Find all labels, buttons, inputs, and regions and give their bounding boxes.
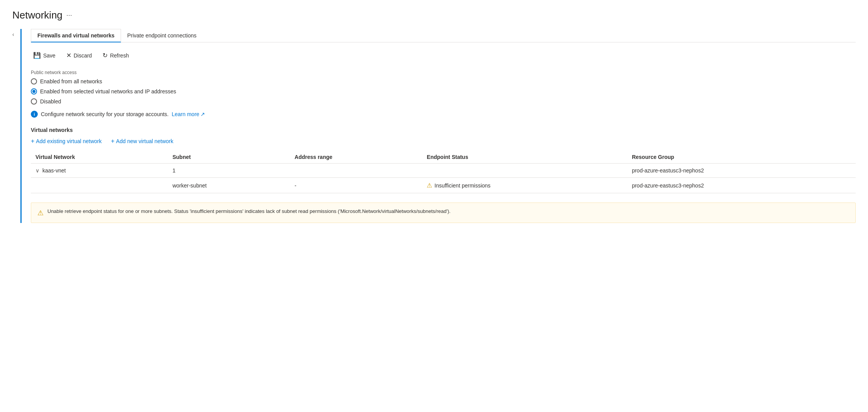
radio-disabled-label: Disabled	[40, 98, 61, 105]
col-rg: Resource Group	[627, 151, 856, 164]
save-icon: 💾	[33, 52, 41, 59]
chevron-icon: ∨	[35, 167, 39, 174]
warning-box-icon: ⚠	[37, 209, 44, 217]
vnet-name: kaas-vnet	[42, 167, 66, 174]
radio-disabled-circle	[31, 98, 37, 105]
collapse-panel-button[interactable]: ‹	[12, 29, 22, 223]
address-cell-2: -	[290, 178, 422, 193]
warning-triangle-icon: ⚠	[427, 182, 432, 189]
virtual-networks-title: Virtual networks	[31, 127, 856, 133]
info-icon: i	[31, 111, 38, 118]
refresh-label: Refresh	[110, 52, 129, 59]
col-subnet: Subnet	[168, 151, 290, 164]
warning-box: ⚠ Unable retrieve endpoint status for on…	[31, 203, 856, 223]
virtual-networks-section: Virtual networks + Add existing virtual …	[31, 127, 856, 193]
endpoint-status-label: Insufficient permissions	[434, 182, 490, 189]
refresh-button[interactable]: ↻ Refresh	[100, 50, 131, 61]
col-vnet: Virtual Network	[31, 151, 168, 164]
discard-icon: ✕	[66, 52, 71, 59]
refresh-icon: ↻	[103, 52, 108, 59]
public-access-radio-group: Enabled from all networks Enabled from s…	[31, 78, 856, 105]
discard-label: Discard	[74, 52, 92, 59]
tab-private-endpoints[interactable]: Private endpoint connections	[121, 29, 203, 42]
external-link-icon: ↗	[200, 111, 205, 117]
save-label: Save	[43, 52, 56, 59]
radio-all-networks-circle	[31, 78, 37, 84]
info-text: Configure network security for your stor…	[41, 111, 169, 117]
add-new-label: Add new virtual network	[116, 138, 173, 144]
radio-all-networks-label: Enabled from all networks	[40, 78, 102, 84]
add-new-vnet-link[interactable]: + Add new virtual network	[111, 138, 173, 145]
save-button[interactable]: 💾 Save	[31, 50, 58, 61]
public-access-label: Public network access	[31, 70, 856, 75]
endpoint-cell-1	[422, 164, 627, 178]
tab-firewalls[interactable]: Firewalls and virtual networks	[31, 29, 121, 42]
radio-all-networks[interactable]: Enabled from all networks	[31, 78, 856, 84]
table-row: worker-subnet - ⚠ Insufficient permissio…	[31, 178, 856, 193]
radio-selected-networks-label: Enabled from selected virtual networks a…	[40, 88, 176, 95]
col-address: Address range	[290, 151, 422, 164]
vnet-name-cell: ∨ kaas-vnet	[31, 164, 168, 178]
endpoint-cell-2: ⚠ Insufficient permissions	[422, 178, 627, 193]
subnet-cell-2: worker-subnet	[168, 178, 290, 193]
action-links: + Add existing virtual network + Add new…	[31, 138, 856, 145]
public-access-section: Public network access Enabled from all n…	[31, 70, 856, 118]
toolbar: 💾 Save ✕ Discard ↻ Refresh	[31, 50, 856, 61]
add-existing-label: Add existing virtual network	[36, 138, 101, 144]
page-title: Networking ···	[12, 9, 856, 21]
radio-selected-networks-circle	[31, 88, 37, 95]
address-cell-1	[290, 164, 422, 178]
rg-cell-1: prod-azure-eastusc3-nephos2	[627, 164, 856, 178]
learn-more-label: Learn more	[172, 111, 200, 117]
vnet-name-cell-2	[31, 178, 168, 193]
info-row: i Configure network security for your st…	[31, 111, 856, 118]
radio-selected-networks[interactable]: Enabled from selected virtual networks a…	[31, 88, 856, 95]
add-existing-vnet-link[interactable]: + Add existing virtual network	[31, 138, 102, 145]
plus-icon-existing: +	[31, 138, 34, 145]
rg-cell-2: prod-azure-eastusc3-nephos2	[627, 178, 856, 193]
virtual-networks-table: Virtual Network Subnet Address range End…	[31, 151, 856, 193]
radio-disabled[interactable]: Disabled	[31, 98, 856, 105]
table-row: ∨ kaas-vnet 1 prod-azure-eastusc3-nephos…	[31, 164, 856, 178]
col-endpoint: Endpoint Status	[422, 151, 627, 164]
title-text: Networking	[12, 9, 62, 21]
plus-icon-new: +	[111, 138, 114, 145]
title-ellipsis: ···	[66, 11, 72, 19]
warning-box-text: Unable retrieve endpoint status for one …	[47, 208, 451, 214]
discard-button[interactable]: ✕ Discard	[64, 50, 94, 61]
tab-bar: Firewalls and virtual networks Private e…	[31, 29, 856, 42]
learn-more-link[interactable]: Learn more ↗	[172, 111, 205, 117]
subnet-cell-1: 1	[168, 164, 290, 178]
